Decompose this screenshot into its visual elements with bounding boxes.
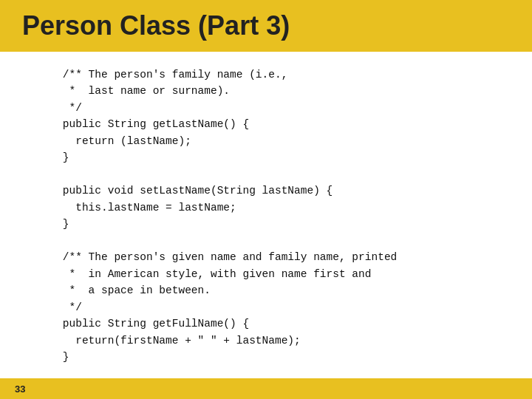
slide: Person Class (Part 3) /** The person's f…: [0, 0, 532, 399]
bottom-bar: 33: [0, 378, 532, 399]
code-block: /** The person's family name (i.e., * la…: [37, 66, 495, 365]
content-area: /** The person's family name (i.e., * la…: [0, 52, 532, 378]
title-bar: Person Class (Part 3): [0, 0, 532, 52]
slide-number: 33: [15, 383, 25, 395]
slide-title: Person Class (Part 3): [22, 10, 290, 41]
